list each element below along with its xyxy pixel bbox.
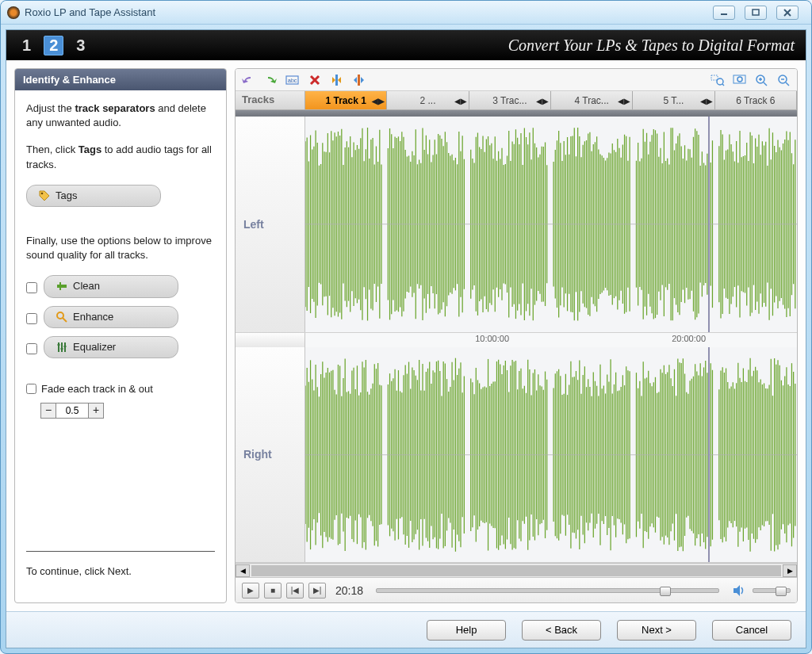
close-button[interactable]: [776, 6, 799, 20]
play-button[interactable]: ▶: [242, 583, 259, 599]
zoom-fit-button[interactable]: [732, 72, 748, 88]
equalizer-checkbox[interactable]: [26, 343, 37, 354]
volume-icon[interactable]: [732, 583, 748, 599]
window-title: Roxio LP and Tape Assistant: [25, 6, 155, 18]
zoom-out-button[interactable]: [776, 72, 792, 88]
track-separator-handle[interactable]: ◀▶: [618, 96, 630, 105]
sidebar-para-1: Adjust the track separators and delete a…: [26, 101, 215, 130]
channel-left-label: Left: [236, 117, 305, 332]
fade-increment[interactable]: +: [88, 403, 104, 419]
channel-right-label: Right: [236, 347, 305, 563]
prev-button[interactable]: |◀: [286, 583, 304, 599]
zoom-selection-button[interactable]: [710, 72, 726, 88]
clean-icon: [56, 280, 68, 293]
tags-icon: [38, 189, 51, 202]
titlebar[interactable]: Roxio LP and Tape Assistant: [1, 1, 811, 25]
minimize-button[interactable]: [713, 6, 735, 20]
fade-decrement[interactable]: −: [40, 403, 56, 419]
svg-rect-14: [64, 346, 67, 347]
svg-rect-21: [711, 75, 718, 80]
back-button[interactable]: < Back: [522, 620, 601, 641]
zoom-in-button[interactable]: [754, 72, 770, 88]
enhance-button[interactable]: Enhance: [44, 306, 178, 328]
wizard-header: 1 2 3 Convert Your LPs & Tapes to Digita…: [6, 30, 806, 60]
track-segment-6[interactable]: 6 Track 6: [715, 91, 797, 109]
track-separator-handle[interactable]: ◀▶: [454, 96, 467, 105]
remove-separator-button[interactable]: [351, 72, 367, 88]
horizontal-scrollbar[interactable]: ◀ ▶: [236, 563, 797, 577]
scroll-thumb[interactable]: [251, 565, 781, 576]
sidebar: Identify & Enhance Adjust the track sepa…: [14, 68, 227, 603]
app-shell: 1 2 3 Convert Your LPs & Tapes to Digita…: [6, 29, 806, 648]
svg-rect-20: [358, 75, 360, 86]
maximize-button[interactable]: [745, 6, 767, 20]
time-tick-1: 10:00:00: [475, 334, 509, 343]
track-segment-4[interactable]: 4 Trac...◀▶: [551, 91, 633, 109]
wizard-footer: Help < Back Next > Cancel: [6, 611, 806, 648]
playhead[interactable]: [708, 347, 710, 563]
redo-button[interactable]: [262, 72, 278, 88]
undo-button[interactable]: [240, 72, 256, 88]
step-1[interactable]: 1: [17, 36, 36, 55]
player-controls: ▶ ■ |◀ ▶| 20:18: [236, 577, 797, 602]
rename-button[interactable]: abc: [285, 72, 301, 88]
continue-hint: To continue, click Next.: [26, 564, 215, 579]
volume-slider[interactable]: [753, 588, 791, 593]
add-separator-button[interactable]: [329, 72, 345, 88]
equalizer-button[interactable]: Equalizer: [44, 336, 178, 358]
track-separator-handle[interactable]: ◀▶: [372, 96, 385, 105]
maximize-icon: [751, 9, 760, 17]
next-button[interactable]: Next >: [617, 620, 696, 641]
svg-point-4: [41, 193, 44, 195]
tags-button-label: Tags: [56, 189, 77, 203]
fade-value[interactable]: [56, 403, 88, 419]
window-frame: Roxio LP and Tape Assistant 1 2 3 Conver…: [0, 0, 812, 654]
step-3[interactable]: 3: [71, 36, 90, 55]
delete-button[interactable]: [307, 72, 323, 88]
cancel-button[interactable]: Cancel: [712, 620, 791, 641]
svg-line-27: [764, 82, 767, 86]
channel-left-wave[interactable]: [305, 117, 797, 332]
svg-rect-12: [58, 344, 60, 346]
time-tick-2: 20:00:00: [672, 334, 706, 343]
track-separator-handle[interactable]: ◀▶: [700, 96, 713, 105]
scroll-right-button[interactable]: ▶: [783, 564, 797, 577]
track-segment-3[interactable]: 3 Trac...◀▶: [469, 91, 551, 109]
svg-marker-575: [733, 585, 740, 596]
stop-button[interactable]: ■: [264, 583, 282, 599]
volume-thumb[interactable]: [776, 587, 787, 596]
playhead[interactable]: [708, 117, 710, 332]
enhance-checkbox[interactable]: [26, 313, 37, 324]
enhance-button-label: Enhance: [73, 310, 113, 324]
clean-button-label: Clean: [73, 279, 100, 293]
wizard-title: Convert Your LPs & Tapes to Digital Form…: [508, 36, 795, 55]
seek-slider[interactable]: [376, 588, 719, 593]
clean-button[interactable]: Clean: [44, 275, 178, 297]
help-button[interactable]: Help: [427, 620, 506, 641]
close-icon: [783, 9, 792, 17]
track-segment-5[interactable]: 5 T...◀▶: [633, 91, 714, 109]
step-2[interactable]: 2: [44, 36, 63, 55]
clean-checkbox[interactable]: [26, 282, 37, 293]
app-icon: [7, 6, 20, 19]
scroll-left-button[interactable]: ◀: [236, 564, 250, 577]
seek-thumb[interactable]: [660, 587, 671, 596]
svg-text:abc: abc: [288, 78, 297, 83]
fade-checkbox[interactable]: [26, 384, 36, 394]
next-button[interactable]: ▶|: [308, 583, 326, 599]
tags-button[interactable]: Tags: [26, 185, 161, 207]
svg-rect-5: [57, 285, 67, 288]
tracks-label: Tracks: [236, 91, 305, 109]
svg-line-8: [63, 318, 67, 322]
channel-right-wave[interactable]: [305, 347, 797, 563]
ruler-strip: [236, 110, 797, 117]
sidebar-para-2: Then, click Tags to add audio tags for a…: [26, 143, 215, 171]
svg-point-7: [57, 312, 63, 319]
svg-line-31: [786, 82, 789, 86]
minimize-icon: [719, 9, 729, 17]
track-segment-2[interactable]: 2 ...◀▶: [387, 91, 469, 109]
tracks-row: Tracks 1 Track 1◀▶2 ...◀▶3 Trac...◀▶4 Tr…: [236, 91, 797, 110]
track-separator-handle[interactable]: ◀▶: [536, 96, 549, 105]
main-area: abc Tracks 1 Track 1◀▶2 ...◀▶3 Trac...◀▶…: [235, 68, 798, 603]
track-segment-1[interactable]: 1 Track 1◀▶: [305, 91, 387, 109]
